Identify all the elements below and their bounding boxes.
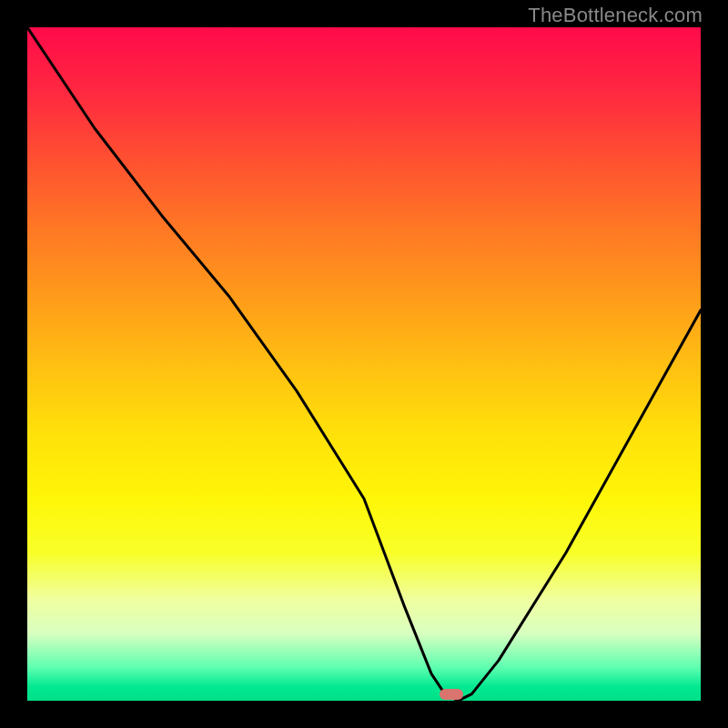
bottleneck-curve — [27, 27, 701, 701]
curve-svg — [27, 27, 701, 701]
chart-container: TheBottleneck.com — [0, 0, 728, 728]
optimum-marker — [440, 689, 463, 700]
watermark-label: TheBottleneck.com — [528, 4, 703, 27]
plot-area — [27, 27, 701, 701]
